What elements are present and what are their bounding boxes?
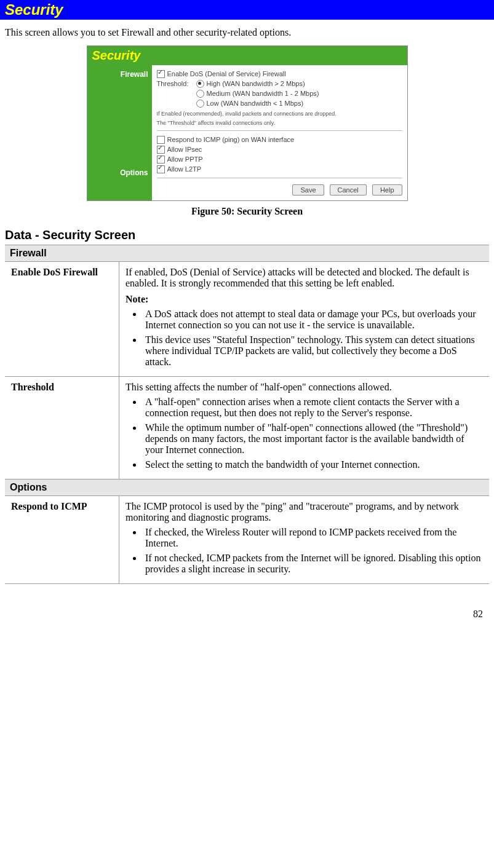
respond-icmp-label: Respond to ICMP (ping) on WAN interface xyxy=(167,135,295,144)
sidebar-firewall-label: Firewall xyxy=(87,70,148,81)
cancel-button[interactable]: Cancel xyxy=(330,184,367,195)
threshold-bullet3: Select the setting to match the bandwidt… xyxy=(143,459,483,470)
threshold-high-radio[interactable] xyxy=(196,80,204,88)
threshold-medium-label: Medium (WAN bandwidth 1 - 2 Mbps) xyxy=(207,89,319,98)
table-row: Respond to ICMP The ICMP protocol is use… xyxy=(5,496,489,584)
respond-icmp-para1: The ICMP protocol is used by the "ping" … xyxy=(125,501,483,523)
allow-ipsec-label: Allow IPsec xyxy=(167,144,202,154)
respond-icmp-checkbox[interactable] xyxy=(157,136,165,144)
page-title-bar: Security xyxy=(0,0,494,20)
allow-l2tp-label: Allow L2TP xyxy=(167,164,202,174)
section-heading: Data - Security Screen xyxy=(0,222,494,245)
row-desc-enable-dos: If enabled, DoS (Denial of Service) atta… xyxy=(119,262,490,377)
respond-icmp-bullet2: If not checked, ICMP packets from the In… xyxy=(143,553,483,575)
threshold-label: Threshold: xyxy=(157,79,194,89)
firewall-note2: The "Threshold" affects invalid connecti… xyxy=(157,120,402,127)
respond-icmp-bullet1: If checked, the Wireless Router will rep… xyxy=(143,527,483,549)
enable-dos-para1: If enabled, DoS (Denial of Service) atta… xyxy=(125,267,483,289)
row-desc-respond-icmp: The ICMP protocol is used by the "ping" … xyxy=(119,496,490,584)
row-label-threshold: Threshold xyxy=(5,377,119,479)
screenshot-title: Security xyxy=(87,46,407,65)
row-desc-threshold: This setting affects the number of "half… xyxy=(119,377,490,479)
enable-dos-checkbox[interactable] xyxy=(157,70,165,78)
note-label: Note: xyxy=(125,294,483,305)
intro-text: This screen allows you to set Firewall a… xyxy=(0,20,494,45)
save-button[interactable]: Save xyxy=(292,184,324,195)
firewall-note1: If Enabled (recommended), invalid packet… xyxy=(157,111,402,117)
threshold-high-label: High (WAN bandwidth > 2 Mbps) xyxy=(207,79,305,89)
help-button[interactable]: Help xyxy=(372,184,402,195)
enable-dos-bullet2: This device uses "Stateful Inspection" t… xyxy=(143,334,483,368)
threshold-bullet1: A "half-open" connection arises when a r… xyxy=(143,397,483,419)
threshold-bullet2: While the optimum number of "half-open" … xyxy=(143,422,483,456)
security-screenshot: Security Firewall Options Enable DoS (De… xyxy=(87,45,408,201)
enable-dos-label: Enable DoS (Denial of Service) Firewall xyxy=(167,69,286,79)
group-header-firewall: Firewall xyxy=(5,245,489,262)
allow-pptp-label: Allow PPTP xyxy=(167,154,203,164)
screenshot-sidebar: Firewall Options xyxy=(87,65,152,200)
row-label-respond-icmp: Respond to ICMP xyxy=(5,496,119,584)
data-table: Firewall Enable DoS Firewall If enabled,… xyxy=(5,245,489,584)
row-label-enable-dos: Enable DoS Firewall xyxy=(5,262,119,377)
table-row: Enable DoS Firewall If enabled, DoS (Den… xyxy=(5,262,489,377)
allow-ipsec-checkbox[interactable] xyxy=(157,146,165,154)
allow-l2tp-checkbox[interactable] xyxy=(157,165,165,173)
allow-pptp-checkbox[interactable] xyxy=(157,156,165,164)
threshold-low-label: Low (WAN bandwidth < 1 Mbps) xyxy=(207,98,304,108)
enable-dos-bullet1: A DoS attack does not attempt to steal d… xyxy=(143,309,483,331)
page-number: 82 xyxy=(0,584,494,627)
threshold-low-radio[interactable] xyxy=(196,100,204,108)
figure-wrap: Security Firewall Options Enable DoS (De… xyxy=(0,45,494,222)
screenshot-main: Enable DoS (Denial of Service) Firewall … xyxy=(152,65,407,200)
threshold-para1: This setting affects the number of "half… xyxy=(125,382,483,393)
threshold-medium-radio[interactable] xyxy=(196,90,204,98)
group-header-options: Options xyxy=(5,479,489,496)
sidebar-options-label: Options xyxy=(87,168,148,180)
table-row: Threshold This setting affects the numbe… xyxy=(5,377,489,479)
page-title: Security xyxy=(5,1,63,18)
figure-caption: Figure 50: Security Screen xyxy=(191,206,303,217)
